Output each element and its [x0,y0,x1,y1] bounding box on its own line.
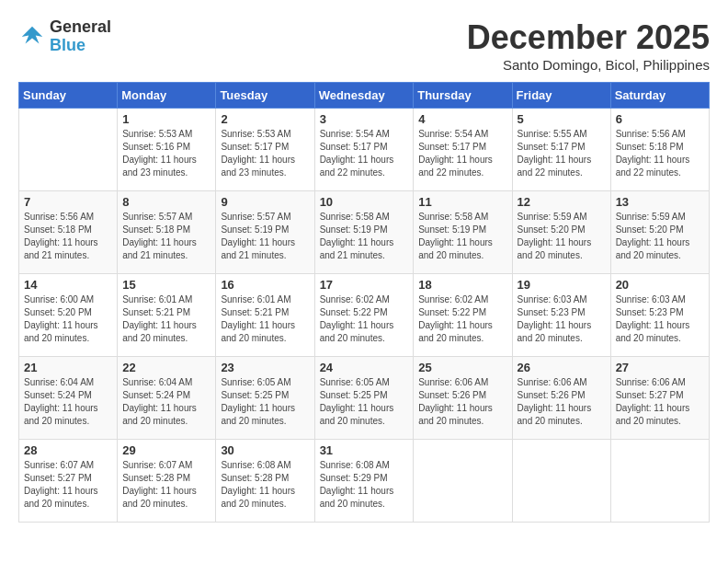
day-info: Sunrise: 6:02 AM Sunset: 5:22 PM Dayligh… [418,293,506,345]
weekday-header-tuesday: Tuesday [216,83,314,109]
calendar-cell: 7Sunrise: 5:56 AM Sunset: 5:18 PM Daylig… [19,191,118,274]
day-number: 7 [24,195,112,209]
day-info: Sunrise: 6:08 AM Sunset: 5:28 PM Dayligh… [221,459,309,511]
calendar-cell [19,109,118,191]
calendar-cell: 28Sunrise: 6:07 AM Sunset: 5:27 PM Dayli… [19,440,118,523]
calendar-cell: 12Sunrise: 5:59 AM Sunset: 5:20 PM Dayli… [512,191,610,274]
day-number: 6 [616,112,704,126]
calendar-cell: 26Sunrise: 6:06 AM Sunset: 5:26 PM Dayli… [512,357,610,440]
calendar-cell: 29Sunrise: 6:07 AM Sunset: 5:28 PM Dayli… [118,440,216,523]
day-info: Sunrise: 6:01 AM Sunset: 5:21 PM Dayligh… [221,293,309,345]
day-info: Sunrise: 5:53 AM Sunset: 5:17 PM Dayligh… [221,128,309,179]
day-number: 15 [122,278,210,292]
day-info: Sunrise: 6:02 AM Sunset: 5:22 PM Dayligh… [320,293,409,345]
day-number: 11 [418,195,506,209]
calendar-cell [512,440,610,523]
calendar-cell: 3Sunrise: 5:54 AM Sunset: 5:17 PM Daylig… [314,109,414,191]
day-info: Sunrise: 6:03 AM Sunset: 5:23 PM Dayligh… [616,293,704,345]
day-info: Sunrise: 6:00 AM Sunset: 5:20 PM Dayligh… [24,293,112,345]
day-info: Sunrise: 6:06 AM Sunset: 5:27 PM Dayligh… [616,376,704,428]
day-number: 1 [122,112,210,126]
day-info: Sunrise: 6:06 AM Sunset: 5:26 PM Dayligh… [518,376,606,428]
weekday-header-saturday: Saturday [610,83,709,109]
calendar-cell: 23Sunrise: 6:05 AM Sunset: 5:25 PM Dayli… [216,357,314,440]
day-info: Sunrise: 5:59 AM Sunset: 5:20 PM Dayligh… [616,211,704,262]
calendar-cell: 5Sunrise: 5:55 AM Sunset: 5:17 PM Daylig… [512,109,610,191]
weekday-header-wednesday: Wednesday [314,83,414,109]
day-info: Sunrise: 6:05 AM Sunset: 5:25 PM Dayligh… [320,376,409,428]
day-info: Sunrise: 5:56 AM Sunset: 5:18 PM Dayligh… [24,211,112,262]
svg-marker-0 [22,27,43,44]
calendar-cell: 8Sunrise: 5:57 AM Sunset: 5:18 PM Daylig… [118,191,216,274]
logo: General Blue [18,18,111,55]
day-info: Sunrise: 5:55 AM Sunset: 5:17 PM Dayligh… [518,128,606,179]
calendar-cell: 19Sunrise: 6:03 AM Sunset: 5:23 PM Dayli… [512,274,610,357]
day-number: 21 [24,361,112,374]
day-number: 28 [24,443,112,457]
day-number: 19 [518,278,606,292]
day-number: 25 [418,361,506,374]
calendar-cell: 31Sunrise: 6:08 AM Sunset: 5:29 PM Dayli… [314,440,414,523]
calendar-cell: 14Sunrise: 6:00 AM Sunset: 5:20 PM Dayli… [19,274,118,357]
week-row-4: 21Sunrise: 6:04 AM Sunset: 5:24 PM Dayli… [19,357,710,440]
week-row-1: 1Sunrise: 5:53 AM Sunset: 5:16 PM Daylig… [19,109,710,191]
day-number: 2 [221,112,309,126]
day-number: 14 [24,278,112,292]
calendar-cell: 11Sunrise: 5:58 AM Sunset: 5:19 PM Dayli… [414,191,512,274]
calendar-table: SundayMondayTuesdayWednesdayThursdayFrid… [18,82,710,523]
calendar-cell: 16Sunrise: 6:01 AM Sunset: 5:21 PM Dayli… [216,274,314,357]
day-number: 20 [616,278,704,292]
day-info: Sunrise: 6:05 AM Sunset: 5:25 PM Dayligh… [221,376,309,428]
day-info: Sunrise: 5:54 AM Sunset: 5:17 PM Dayligh… [320,128,409,179]
day-number: 24 [320,361,409,374]
day-number: 29 [122,443,210,457]
day-info: Sunrise: 6:08 AM Sunset: 5:29 PM Dayligh… [320,459,409,511]
day-number: 22 [122,361,210,374]
day-number: 13 [616,195,704,209]
day-number: 9 [221,195,309,209]
day-number: 26 [518,361,606,374]
calendar-cell: 30Sunrise: 6:08 AM Sunset: 5:28 PM Dayli… [216,440,314,523]
day-info: Sunrise: 5:58 AM Sunset: 5:19 PM Dayligh… [320,211,409,262]
location-title: Santo Domingo, Bicol, Philippines [467,57,710,73]
week-row-5: 28Sunrise: 6:07 AM Sunset: 5:27 PM Dayli… [19,440,710,523]
calendar-cell: 25Sunrise: 6:06 AM Sunset: 5:26 PM Dayli… [414,357,512,440]
calendar-cell: 9Sunrise: 5:57 AM Sunset: 5:19 PM Daylig… [216,191,314,274]
week-row-3: 14Sunrise: 6:00 AM Sunset: 5:20 PM Dayli… [19,274,710,357]
day-info: Sunrise: 6:07 AM Sunset: 5:28 PM Dayligh… [122,459,210,511]
calendar-cell: 1Sunrise: 5:53 AM Sunset: 5:16 PM Daylig… [118,109,216,191]
day-number: 17 [320,278,409,292]
month-title: December 2025 [467,18,710,57]
day-info: Sunrise: 5:58 AM Sunset: 5:19 PM Dayligh… [418,211,506,262]
calendar-cell: 21Sunrise: 6:04 AM Sunset: 5:24 PM Dayli… [19,357,118,440]
calendar-cell: 10Sunrise: 5:58 AM Sunset: 5:19 PM Dayli… [314,191,414,274]
day-number: 8 [122,195,210,209]
day-info: Sunrise: 6:07 AM Sunset: 5:27 PM Dayligh… [24,459,112,511]
calendar-cell: 17Sunrise: 6:02 AM Sunset: 5:22 PM Dayli… [314,274,414,357]
weekday-header-monday: Monday [118,83,216,109]
day-number: 5 [518,112,606,126]
day-number: 3 [320,112,409,126]
logo-line2: Blue [50,37,111,55]
day-number: 27 [616,361,704,374]
day-number: 4 [418,112,506,126]
weekday-header-row: SundayMondayTuesdayWednesdayThursdayFrid… [19,83,710,109]
calendar-cell: 24Sunrise: 6:05 AM Sunset: 5:25 PM Dayli… [314,357,414,440]
day-info: Sunrise: 6:04 AM Sunset: 5:24 PM Dayligh… [122,376,210,428]
day-number: 31 [320,443,409,457]
calendar-cell: 2Sunrise: 5:53 AM Sunset: 5:17 PM Daylig… [216,109,314,191]
day-info: Sunrise: 5:57 AM Sunset: 5:18 PM Dayligh… [122,211,210,262]
week-row-2: 7Sunrise: 5:56 AM Sunset: 5:18 PM Daylig… [19,191,710,274]
day-number: 10 [320,195,409,209]
day-number: 23 [221,361,309,374]
logo-line1: General [50,18,111,37]
weekday-header-friday: Friday [512,83,610,109]
day-info: Sunrise: 6:03 AM Sunset: 5:23 PM Dayligh… [518,293,606,345]
calendar-cell: 27Sunrise: 6:06 AM Sunset: 5:27 PM Dayli… [610,357,709,440]
calendar-cell: 18Sunrise: 6:02 AM Sunset: 5:22 PM Dayli… [414,274,512,357]
weekday-header-sunday: Sunday [19,83,118,109]
calendar-cell: 6Sunrise: 5:56 AM Sunset: 5:18 PM Daylig… [610,109,709,191]
day-info: Sunrise: 5:56 AM Sunset: 5:18 PM Dayligh… [616,128,704,179]
logo-text: General Blue [50,18,111,55]
title-section: December 2025 Santo Domingo, Bicol, Phil… [467,18,710,73]
